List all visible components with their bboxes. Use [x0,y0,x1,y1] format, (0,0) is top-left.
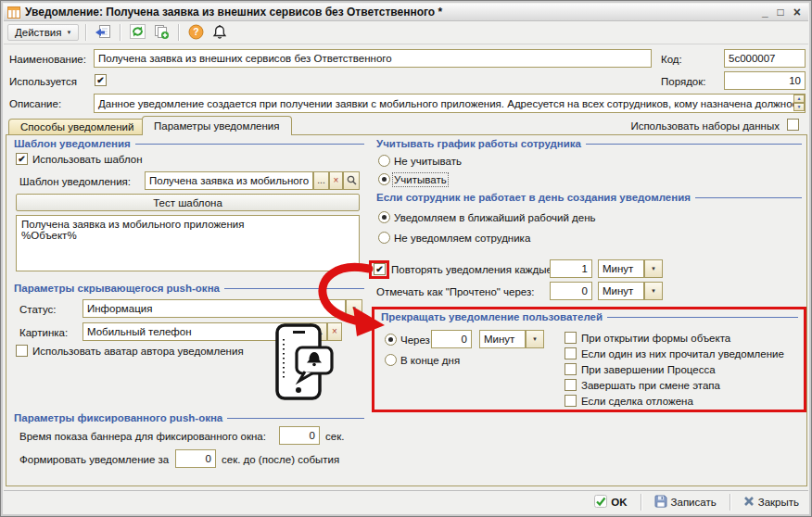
generate-before-label: Формировать уведомление за [19,454,169,465]
stop-on-form-open-checkbox[interactable] [565,332,577,344]
stop-on-stage-change-label: Завершать при смене этапа [581,380,720,391]
ok-check-icon [594,495,607,510]
stop-on-process-end-label: При завершении Процесса [581,364,716,375]
copy-add-icon [153,24,170,42]
mark-read-label: Отмечать как "Прочтено" через: [376,286,534,297]
picture-label: Картинка: [19,327,68,338]
section-template-header: Шаблон уведомления [14,138,364,149]
stop-if-deal-postponed-checkbox[interactable] [565,395,577,407]
use-datasets-checkbox[interactable] [787,119,799,131]
stop-end-of-day-radio[interactable] [385,354,397,366]
section-nonworking-header: Если сотрудник не работает в день создан… [376,192,802,203]
stop-after-label: Через [400,334,430,346]
stop-after-unit-dropdown-button[interactable]: ▼ [526,330,544,348]
mark-read-unit-select[interactable]: Минут [598,282,644,300]
mark-read-unit-dropdown-button[interactable]: ▼ [644,282,663,300]
arrow-up-icon: ▲ [797,96,802,101]
reread-icon [95,24,111,41]
chevron-down-icon: ▼ [651,266,656,271]
copy-add-button[interactable] [151,23,171,42]
name-label: Наименование: [9,54,86,65]
arrow-down-icon: ▼ [797,105,802,109]
stop-after-unit-select[interactable]: Минут [479,330,526,348]
help-button[interactable]: ? [185,23,206,42]
description-scroll-up[interactable]: ▲ [793,95,805,103]
tab-notification-methods[interactable]: Способы уведомлений [8,119,146,134]
schedule-yes-label: Учитывать [394,174,447,185]
repeat-checkbox[interactable]: ✔ [374,263,386,275]
notify-next-workday-label: Уведомляем в ближайший рабочий день [394,212,596,223]
order-input[interactable]: 10 [724,71,806,90]
stop-after-input[interactable]: 0 [431,330,472,348]
magnifier-icon [347,175,357,187]
stop-on-form-open-label: При открытии формы объекта [581,333,730,344]
close-x-icon [743,496,755,509]
used-checkbox[interactable]: ✔ [95,74,107,86]
notify-next-workday-radio[interactable] [378,211,390,223]
stop-on-process-end-checkbox[interactable] [565,363,577,375]
test-template-button[interactable]: Тест шаблона [16,194,360,211]
reread-button[interactable] [93,23,113,42]
bell-icon [212,24,227,42]
save-button[interactable]: Записать [651,493,720,511]
order-label: Порядок: [661,76,706,87]
template-select-button[interactable]: ... [313,171,329,190]
tab-notification-params[interactable]: Параметры уведомления [142,116,292,135]
description-label: Описание: [9,98,61,109]
section-fixed-push-header: Параметры фиксированного push-окна [14,412,364,423]
template-open-button[interactable] [343,171,360,190]
window-title: Уведомление: Получена заявка из внешних … [25,6,442,19]
section-hide-push-header: Параметры скрывающегося push-окна [14,283,364,294]
mark-read-input[interactable]: 0 [550,282,592,300]
use-avatar-label: Использовать аватар автора уведомления [32,346,244,357]
status-label: Статус: [19,304,57,315]
toolbar-separator [178,24,179,41]
ok-button[interactable]: OK [590,493,630,511]
description-input[interactable]: Данное уведомление создается при получен… [94,94,806,113]
actions-menu-button[interactable]: Действия ▼ [7,24,79,41]
banner-time-input[interactable]: 0 [279,426,320,445]
stop-after-radio[interactable] [385,334,397,346]
chevron-down-icon: ▼ [66,30,71,35]
repeat-unit-dropdown-button[interactable]: ▼ [644,259,663,278]
notification-settings-window: Уведомление: Получена заявка из внешних … [0,0,812,517]
refresh-icon [130,24,146,41]
status-select[interactable]: Информация [82,299,346,318]
use-avatar-checkbox[interactable] [16,345,28,357]
close-form-button[interactable]: Закрыть [740,494,803,511]
use-template-checkbox[interactable]: ✔ [16,153,28,165]
name-input[interactable]: Получена заявка из внешних сервисов без … [94,49,652,68]
maximize-button[interactable]: □ [778,6,784,18]
section-stop-header: Прекращать уведомление пользователей [381,311,798,322]
use-template-label: Использовать шаблон [32,154,142,165]
footer-separator [641,494,641,511]
template-reference-input[interactable]: Получена заявка из мобильного [145,171,313,190]
code-input[interactable]: 5c000007 [724,49,806,68]
chevron-down-icon: ▼ [651,288,656,294]
toolbar-separator [85,24,86,41]
refresh-button[interactable] [127,23,147,42]
notifications-bell-button[interactable] [209,23,230,42]
stop-end-of-day-label: В конце дня [400,355,460,366]
close-button[interactable]: × [793,6,801,18]
stop-if-one-read-checkbox[interactable] [565,347,577,359]
toolbar-separator [120,24,121,41]
schedule-no-radio[interactable] [378,155,390,167]
template-clear-button[interactable]: × [329,171,343,190]
title-bar[interactable]: Уведомление: Получена заявка из внешних … [4,4,808,21]
repeat-unit-select[interactable]: Минут [598,259,644,278]
schedule-no-label: Не учитывать [394,156,462,167]
do-not-notify-radio[interactable] [378,232,390,244]
template-text-area[interactable]: Получена заявка из мобильного приложения… [16,215,360,271]
template-field-label: Шаблон уведомления: [19,176,131,187]
schedule-yes-radio[interactable] [378,173,390,185]
banner-time-label: Время показа баннера для фиксированного … [19,431,266,442]
minimize-button[interactable]: _ [762,6,768,18]
stop-on-stage-change-checkbox[interactable] [565,379,577,391]
section-schedule-header: Учитывать график работы сотрудника [376,138,802,149]
description-scroll-down[interactable]: ▼ [793,103,805,111]
generate-before-unit: сек. до (после) события [222,454,339,465]
repeat-interval-input[interactable]: 1 [550,259,592,278]
status-dropdown-button[interactable]: ▼ [346,299,362,318]
generate-before-input[interactable]: 0 [175,449,216,468]
